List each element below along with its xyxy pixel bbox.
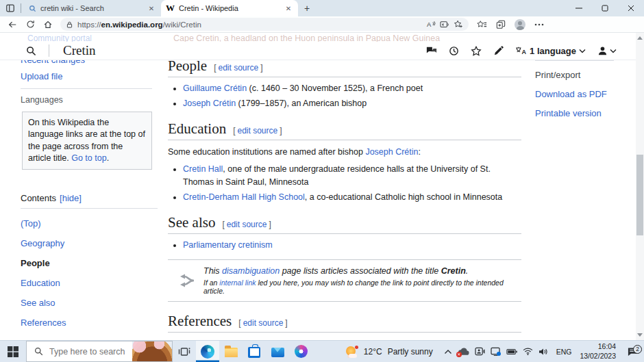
go-to-top-link[interactable]: Go to top <box>71 153 106 163</box>
taskbar-edge-button[interactable] <box>196 341 219 362</box>
sidebar-clipped-link[interactable]: Recent changes <box>21 60 158 65</box>
refresh-button[interactable] <box>22 17 38 32</box>
input-language-indicator[interactable]: ENG <box>553 348 575 356</box>
history-button[interactable] <box>449 46 459 56</box>
edit-source-link[interactable]: edit source <box>225 220 269 229</box>
tab-wikipedia[interactable]: W Cretin - Wikipedia ✕ <box>161 0 298 16</box>
settings-more-button[interactable] <box>530 17 548 32</box>
add-favorite-button[interactable] <box>454 20 463 29</box>
close-icon <box>628 5 634 12</box>
tab-close-icon[interactable]: ✕ <box>147 5 156 12</box>
speaker-icon[interactable] <box>538 348 548 356</box>
edit-source-link[interactable]: edit source <box>241 318 286 328</box>
start-button[interactable] <box>0 341 26 362</box>
profile-button[interactable] <box>511 17 529 32</box>
taskbar-search-box[interactable] <box>26 341 173 362</box>
wiki-search-button[interactable] <box>26 46 36 56</box>
monitor-notification-icon[interactable] <box>491 347 501 356</box>
tray-chevron-up-icon[interactable] <box>444 349 452 354</box>
immersive-reader-button[interactable] <box>440 21 449 29</box>
disambiguation-link[interactable]: disambiguation <box>222 266 280 276</box>
joseph-cretin-link[interactable]: Joseph Crétin <box>183 99 236 108</box>
watchlist-star-button[interactable] <box>471 46 482 56</box>
weather-temperature: 12°C <box>364 347 382 357</box>
new-tab-button[interactable]: + <box>298 3 316 14</box>
user-menu-button[interactable] <box>597 46 617 56</box>
toc-item-people[interactable]: People <box>21 258 158 268</box>
guillaume-cretin-link[interactable]: Guillaume Crétin <box>183 83 247 93</box>
language-count-label: 1 language <box>530 46 576 56</box>
talk-button[interactable] <box>426 46 437 55</box>
sidebar-item-upload-file[interactable]: Upload file <box>21 71 158 81</box>
edit-pencil-button[interactable] <box>493 46 504 56</box>
disambiguation-subtext: If an internal link led you here, you ma… <box>203 279 517 295</box>
taskbar-office-button[interactable] <box>289 341 312 362</box>
contents-hide-link[interactable]: [hide] <box>60 193 82 203</box>
lock-icon[interactable] <box>66 21 73 29</box>
weather-icon <box>346 346 360 358</box>
maximize-icon <box>602 5 608 12</box>
home-button[interactable] <box>40 17 56 32</box>
tab-close-icon[interactable]: ✕ <box>284 5 293 12</box>
tools-divider <box>535 60 614 61</box>
browser-toolbar: https://en.wikipedia.org/wiki/Cretin A <box>0 16 644 33</box>
maximize-button[interactable] <box>592 0 618 16</box>
wifi-icon[interactable] <box>523 348 533 355</box>
toc-item-top[interactable]: (Top) <box>21 218 158 229</box>
edit-source-link[interactable]: edit source <box>235 126 280 135</box>
scroll-up-icon[interactable] <box>637 36 643 40</box>
address-bar[interactable]: https://en.wikipedia.org/wiki/Cretin A <box>60 18 469 31</box>
weather-widget[interactable]: 12°C Partly sunny <box>340 346 439 358</box>
toc-item-references[interactable]: References <box>21 318 158 328</box>
search-input[interactable] <box>49 347 132 357</box>
task-view-button[interactable] <box>173 341 196 362</box>
battery-icon[interactable] <box>506 348 517 355</box>
toc-item-see-also[interactable]: See also <box>21 298 158 308</box>
tab-separator <box>21 3 21 13</box>
url-domain: en.wikipedia.org <box>101 21 163 29</box>
notification-center-button[interactable]: 2 <box>621 347 644 357</box>
disambiguation-icon <box>177 273 195 288</box>
internal-link-link[interactable]: internal link <box>219 279 256 287</box>
close-window-button[interactable] <box>618 0 644 16</box>
download-pdf-link[interactable]: Download as PDF <box>535 89 624 99</box>
minimize-button[interactable] <box>566 0 592 16</box>
taskbar-clock[interactable]: 16:04 13/02/2023 <box>575 342 621 361</box>
page-scrollbar[interactable] <box>636 33 644 340</box>
tab-actions-button[interactable] <box>0 0 21 16</box>
language-selector-button[interactable]: A 1 language <box>515 46 586 56</box>
parliamentary-cretinism-link[interactable]: Parliamentary cretinism <box>183 240 273 250</box>
printable-version-link[interactable]: Printable version <box>535 108 624 118</box>
education-intro: Some education institutions are named af… <box>168 146 521 158</box>
edit-source-link[interactable]: edit source <box>216 63 261 73</box>
onedrive-error-icon[interactable]: ✕ <box>458 348 469 356</box>
taskbar-explorer-button[interactable] <box>219 341 243 362</box>
article-title: Cretin <box>63 43 96 58</box>
taskbar-store-button[interactable] <box>243 341 266 362</box>
cretin-derham-link[interactable]: Cretin-Derham Hall High School <box>183 192 305 202</box>
see-also-list: Parliamentary cretinism <box>168 239 521 251</box>
article-body: People [edit source] Guillaume Crétin (c… <box>168 57 521 362</box>
collections-button[interactable] <box>492 17 510 32</box>
taskbar-mail-button[interactable] <box>266 341 289 362</box>
list-item: Parliamentary cretinism <box>183 239 521 251</box>
toc-item-geography[interactable]: Geography <box>21 238 158 248</box>
meet-now-icon[interactable] <box>475 347 485 356</box>
list-item: Cretin Hall, one of the male undergradua… <box>183 163 521 188</box>
header-divider <box>49 44 49 57</box>
wikipedia-page: Community portal Cape Cretin, a headland… <box>0 33 644 340</box>
url-text[interactable]: https://en.wikipedia.org/wiki/Cretin <box>77 21 422 29</box>
read-aloud-button[interactable]: A <box>426 21 436 29</box>
clock-date: 13/02/2023 <box>580 352 616 361</box>
favorites-button[interactable] <box>473 17 491 32</box>
disambiguation-text: This disambiguation page lists articles … <box>203 266 517 276</box>
joseph-cretin-link[interactable]: Joseph Crétin <box>365 147 418 157</box>
tab-search[interactable]: cretin wiki - Search ✕ <box>24 0 161 16</box>
scrollbar-thumb[interactable] <box>636 155 643 235</box>
scroll-down-icon[interactable] <box>637 333 643 337</box>
search-box-image[interactable] <box>132 341 172 362</box>
toc-item-education[interactable]: Education <box>21 278 158 288</box>
back-button[interactable] <box>4 17 21 32</box>
cretin-hall-link[interactable]: Cretin Hall <box>183 164 223 174</box>
section-heading-see-also: See also [edit source] <box>168 214 521 234</box>
